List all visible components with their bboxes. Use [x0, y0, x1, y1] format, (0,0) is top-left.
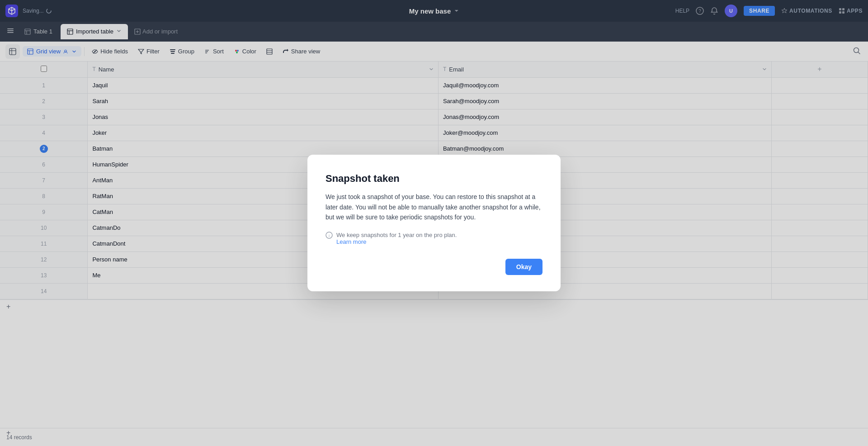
dialog-actions: Okay [326, 259, 542, 275]
dialog-info-text: We keep snapshots for 1 year on the pro … [336, 232, 457, 238]
info-icon: i [326, 232, 333, 239]
okay-button[interactable]: Okay [505, 259, 542, 275]
learn-more-link[interactable]: Learn more [336, 238, 366, 245]
dialog-overlay: Snapshot taken We just took a snapshot o… [0, 0, 868, 446]
dialog-info: i We keep snapshots for 1 year on the pr… [326, 232, 542, 245]
snapshot-dialog: Snapshot taken We just took a snapshot o… [307, 155, 561, 291]
dialog-title: Snapshot taken [326, 173, 542, 185]
svg-text:i: i [329, 233, 330, 238]
dialog-body: We just took a snapshot of your base. Yo… [326, 192, 542, 222]
